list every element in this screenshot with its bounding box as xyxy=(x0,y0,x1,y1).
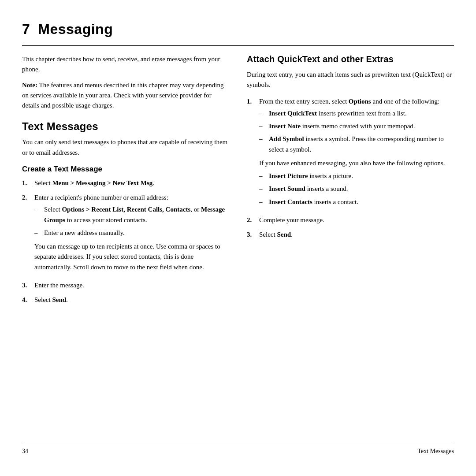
step-4-content: Select Send. xyxy=(34,295,229,305)
attach-quicktext-title: Attach QuickText and other Extras xyxy=(247,54,454,64)
create-step-2: 2. Enter a recipient's phone number or e… xyxy=(22,193,229,276)
create-step-1: 1. Select Menu > Messaging > New Text Ms… xyxy=(22,178,229,188)
dash-1: – xyxy=(34,205,44,225)
dash-is: – xyxy=(259,184,269,194)
bullet-insert-quicktext: – Insert QuickText inserts prewritten te… xyxy=(259,108,454,119)
attach-step-2-content: Complete your message. xyxy=(259,215,454,225)
page-footer: 34 Text Messages xyxy=(22,444,454,455)
enhanced-note: If you have enhanced messaging, you also… xyxy=(259,158,454,168)
footer-section-label: Text Messages xyxy=(417,448,454,455)
intro-text: This chapter describes how to send, rece… xyxy=(22,54,229,75)
step-4-num: 4. xyxy=(22,295,34,305)
bullet-insert-note: – Insert Note inserts memo created with … xyxy=(259,121,454,131)
text-messages-body: You can only send text messages to phone… xyxy=(22,137,229,158)
attach-intro: During text entry, you can attach items … xyxy=(247,70,454,90)
page: 7 Messaging This chapter describes how t… xyxy=(0,0,476,476)
attach-step-3-content: Select Send. xyxy=(259,230,454,240)
step-2-indent: You can message up to ten recipients at … xyxy=(34,242,229,272)
note-body: The features and menus described in this… xyxy=(22,82,223,109)
bullet-insert-sound: – Insert Sound inserts a sound. xyxy=(259,184,454,194)
step-1-num: 1. xyxy=(22,178,34,188)
step-1-bold: Menu > Messaging > New Text Msg xyxy=(52,179,152,186)
attach-step-1-content: From the text entry screen, select Optio… xyxy=(259,97,454,211)
title-divider xyxy=(22,45,454,46)
bullet-iq-content: Insert QuickText inserts prewritten text… xyxy=(269,108,454,119)
options-bold: Options xyxy=(349,98,371,105)
bullet-new-address: – Enter a new address manually. xyxy=(34,228,229,238)
attach-step-3-num: 3. xyxy=(247,230,259,240)
step-4-bold: Send xyxy=(52,296,66,303)
step-2-num: 2. xyxy=(22,193,34,276)
chapter-number: 7 xyxy=(22,21,30,37)
attach-step-2: 2. Complete your message. xyxy=(247,215,454,225)
dash-ic: – xyxy=(259,197,269,207)
content-columns: This chapter describes how to send, rece… xyxy=(22,54,454,435)
footer-page-number: 34 xyxy=(22,448,28,455)
insert-sound-bold: Insert Sound xyxy=(269,185,305,192)
step-3-num: 3. xyxy=(22,280,34,290)
create-text-message-title: Create a Text Message xyxy=(22,165,229,174)
step-1-content: Select Menu > Messaging > New Text Msg. xyxy=(34,178,229,188)
bullet-recent-list: – Select Options > Recent List, Recent C… xyxy=(34,205,229,225)
bullet-as-content: Add Symbol inserts a symbol. Press the c… xyxy=(269,134,454,155)
right-column: Attach QuickText and other Extras During… xyxy=(247,54,454,435)
insert-picture-bold: Insert Picture xyxy=(269,172,308,179)
attach-bullets: – Insert QuickText inserts prewritten te… xyxy=(259,108,454,155)
text-messages-title: Text Messages xyxy=(22,120,229,133)
dash-in: – xyxy=(259,121,269,131)
send-bold: Send xyxy=(277,231,291,238)
attach-step-1-num: 1. xyxy=(247,97,259,211)
left-column: This chapter describes how to send, rece… xyxy=(22,54,229,435)
insert-note-bold: Insert Note xyxy=(269,123,301,130)
attach-step-1: 1. From the text entry screen, select Op… xyxy=(247,97,454,211)
dash-iq: – xyxy=(259,108,269,119)
step-2-content: Enter a recipient's phone number or emai… xyxy=(34,193,229,276)
create-step-3: 3. Enter the message. xyxy=(22,280,229,290)
attach-step-2-num: 2. xyxy=(247,215,259,225)
bullet-in-content: Insert Note inserts memo created with yo… xyxy=(269,121,454,131)
enhanced-bullets: – Insert Picture inserts a picture. – In… xyxy=(259,171,454,207)
note-text: Note: The features and menus described i… xyxy=(22,80,229,111)
insert-contacts-bold: Insert Contacts xyxy=(269,198,312,205)
bullet-1-content: Select Options > Recent List, Recent Cal… xyxy=(44,205,229,225)
insert-quicktext-bold: Insert QuickText xyxy=(269,110,317,117)
attach-step-3: 3. Select Send. xyxy=(247,230,454,240)
bullet-is-content: Insert Sound inserts a sound. xyxy=(269,184,454,194)
bullet-insert-contacts: – Insert Contacts inserts a contact. xyxy=(259,197,454,207)
create-steps-list: 1. Select Menu > Messaging > New Text Ms… xyxy=(22,178,229,305)
dash-2: – xyxy=(34,228,44,238)
text-messages-section: Text Messages You can only send text mes… xyxy=(22,120,229,305)
bullet-insert-picture: – Insert Picture inserts a picture. xyxy=(259,171,454,181)
dash-as: – xyxy=(259,134,269,155)
add-symbol-bold: Add Symbol xyxy=(269,135,304,142)
step-3-content: Enter the message. xyxy=(34,280,229,290)
create-step-4: 4. Select Send. xyxy=(22,295,229,305)
attach-steps-list: 1. From the text entry screen, select Op… xyxy=(247,97,454,240)
bullet-add-symbol: – Add Symbol inserts a symbol. Press the… xyxy=(259,134,454,155)
dash-ip: – xyxy=(259,171,269,181)
bullet-ic-content: Insert Contacts inserts a contact. xyxy=(269,197,454,207)
bullet-2-content: Enter a new address manually. xyxy=(44,228,229,238)
note-label: Note: xyxy=(22,82,37,89)
chapter-title: Messaging xyxy=(38,21,113,37)
bullet-1-bold: Options > Recent List, Recent Calls, Con… xyxy=(62,206,190,213)
step-2-bullets: – Select Options > Recent List, Recent C… xyxy=(34,205,229,238)
bullet-ip-content: Insert Picture inserts a picture. xyxy=(269,171,454,181)
